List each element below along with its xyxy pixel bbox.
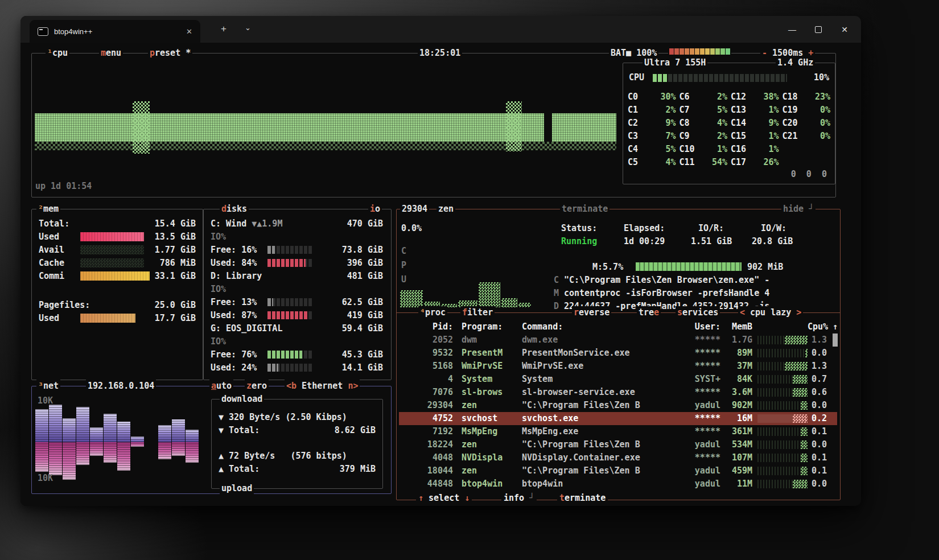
disk-free-value: 73.8 GiB	[342, 244, 383, 256]
process-pid: 4048	[399, 451, 453, 464]
process-command: "C:\Program Files\Zen B	[522, 464, 689, 477]
interval-minus-icon[interactable]: -	[762, 48, 767, 58]
detail-terminate-button[interactable]: terminate	[560, 203, 609, 215]
select-hint[interactable]: ↑ select ↓	[416, 492, 472, 504]
disk-name: D: Library	[211, 270, 262, 282]
process-mem: 37M	[720, 360, 752, 373]
net-auto-toggle[interactable]: auto	[209, 380, 233, 392]
enter-key-icon: ┘	[524, 493, 534, 503]
process-pid: 29304	[399, 399, 453, 412]
process-cpu-pct: 0.0	[808, 438, 827, 451]
process-program: PresentM	[462, 347, 522, 360]
process-command: dwm.exe	[522, 333, 689, 347]
process-row[interactable]: 18224 zen "C:\Program Files\Zen B yadul …	[399, 438, 837, 451]
download-total-label: ▼ Total:	[219, 424, 260, 437]
process-cpu-pct: 0.0	[808, 477, 827, 491]
preset-button[interactable]: preset *	[148, 47, 192, 59]
process-command: "C:\Program Files\Zen B	[522, 399, 689, 412]
filter-button[interactable]: filter	[460, 306, 495, 319]
disk-used-meter	[267, 311, 313, 319]
col-program[interactable]: Program:	[462, 320, 522, 333]
net-interface-switch[interactable]: <b Ethernet n>	[285, 380, 360, 392]
sort-prev-icon[interactable]: <	[740, 307, 745, 318]
process-row[interactable]: 2052 dwm dwm.exe ***** 1.7G 1.3	[399, 333, 837, 347]
core-load: 7%	[665, 130, 676, 143]
process-row[interactable]: 9532 PresentM PresentMonService.exe ****…	[399, 347, 837, 360]
process-row[interactable]: 18044 zen "C:\Program Files\Zen B yadul …	[399, 464, 837, 477]
core-name: C11	[679, 156, 695, 169]
tree-button[interactable]: tree	[637, 306, 661, 319]
maximize-button[interactable]	[805, 16, 831, 43]
detail-hide-button[interactable]: hide ┘	[781, 203, 816, 215]
sort-selector[interactable]: < cpu lazy >	[738, 306, 803, 319]
cpu-model: Ultra 7 155H	[643, 56, 707, 69]
core-cell: C1 2%	[628, 104, 676, 117]
core-load: 1%	[717, 143, 727, 156]
process-mem: 89M	[720, 347, 752, 360]
sort-arrow-icon[interactable]: ↑	[833, 320, 838, 333]
process-user: *****	[689, 425, 720, 438]
new-tab-button[interactable]: +	[221, 23, 226, 35]
detail-graph-label-p: P	[401, 259, 406, 271]
tab-btop4win[interactable]: btop4win++ ✕	[30, 20, 200, 43]
menu-button[interactable]: menu	[99, 47, 123, 59]
core-load: 4%	[717, 117, 727, 130]
net-zero-toggle[interactable]: zero	[245, 380, 269, 392]
sort-next-icon[interactable]: >	[796, 307, 801, 318]
core-cell: C2 9%	[628, 117, 676, 130]
cmd-label-c: C	[554, 274, 559, 286]
disk-used-meter	[267, 364, 313, 372]
mem-used-bar	[80, 232, 144, 241]
core-cell: C18 23%	[782, 90, 831, 104]
terminate-hint[interactable]: terminate	[557, 492, 608, 504]
process-row[interactable]: 4 System System SYST+ 84K 0.7	[399, 373, 837, 386]
process-cpu-graph	[757, 349, 808, 357]
pagefiles-label: Pagefiles:	[39, 299, 90, 311]
iface-next-icon[interactable]: n>	[348, 381, 358, 391]
up-arrow-icon[interactable]: ↑	[418, 493, 423, 503]
tab-dropdown-icon[interactable]: ⌄	[245, 23, 251, 32]
close-button[interactable]: ✕	[831, 16, 858, 43]
core-name: C21	[782, 130, 798, 143]
col-user[interactable]: User:	[689, 320, 720, 333]
col-cpu[interactable]: Cpu%	[808, 320, 827, 333]
proc-box: 29304 zen terminate hide ┘ 0.0% C P U St…	[396, 209, 841, 500]
process-cpu-graph	[757, 336, 808, 344]
process-row[interactable]: 5168 WmiPrvSE WmiPrvSE.exe ***** 37M 1.3	[399, 360, 837, 373]
titlebar[interactable]: btop4win++ ✕ + ⌄ — ✕	[20, 16, 861, 43]
battery-icon: BAT■	[611, 48, 631, 58]
tab-close-icon[interactable]: ✕	[186, 27, 192, 36]
col-graph-spacer	[757, 323, 808, 331]
process-user: *****	[689, 360, 720, 373]
core-cell: C9 2%	[679, 130, 728, 143]
process-row[interactable]: 7192 MsMpEng MsMpEng.exe ***** 361M 0.1	[399, 425, 837, 438]
col-mem[interactable]: MemB	[720, 320, 752, 333]
process-program: WmiPrvSE	[462, 360, 522, 373]
net-scale-top: 10K	[38, 394, 53, 407]
process-row[interactable]: 44848 btop4win btop4win yadul 11M 0.0	[399, 477, 837, 491]
io-mode-toggle[interactable]: io	[368, 203, 382, 215]
core-cell: C13 1%	[731, 104, 779, 117]
detail-cpu-pct: 0.0%	[401, 222, 422, 234]
process-program: sl-brows	[462, 386, 522, 399]
core-name: C19	[782, 104, 798, 117]
services-button[interactable]: services	[676, 306, 720, 319]
minimize-button[interactable]: —	[779, 16, 805, 43]
iface-prev-icon[interactable]: <b	[286, 381, 296, 391]
process-row[interactable]: 4752 svchost svchost.exe ***** 16M 0.2	[399, 412, 837, 425]
down-arrow-icon[interactable]: ↓	[464, 493, 470, 503]
process-row[interactable]: 7076 sl-brows sl-browser-service.exe ***…	[399, 386, 837, 399]
process-mem: 3.6M	[720, 386, 752, 399]
proc-list-title: ⁴proc	[418, 306, 447, 319]
process-row[interactable]: 4048 NVDispla NVDisplay.Container.exe **…	[399, 451, 837, 464]
net-box: ³net 192.168.0.104 auto zero <b Ethernet…	[31, 386, 392, 494]
process-pid: 18044	[399, 464, 453, 477]
process-row[interactable]: 29304 zen "C:\Program Files\Zen B yadul …	[399, 399, 837, 412]
reverse-button[interactable]: reverse	[572, 306, 611, 319]
process-cpu-pct: 0.1	[808, 425, 827, 438]
col-command[interactable]: Command:	[522, 320, 689, 333]
col-pid[interactable]: Pid:	[399, 320, 453, 333]
scrollbar-thumb[interactable]	[833, 333, 838, 347]
info-hint[interactable]: info ┘	[501, 492, 537, 504]
gpu-stats: 0 0 0	[791, 168, 827, 180]
